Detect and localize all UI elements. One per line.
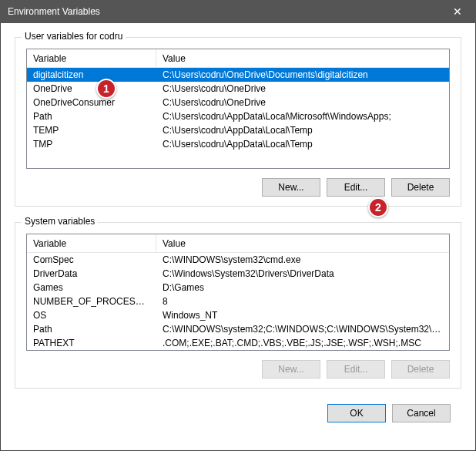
user-edit-button[interactable]: Edit... xyxy=(327,178,385,197)
cell-value: 8 xyxy=(156,294,449,308)
table-row[interactable]: OneDriveConsumerC:\Users\codru\OneDrive xyxy=(27,96,449,109)
cell-variable: DriverData xyxy=(27,267,156,281)
system-list-header: Variable Value xyxy=(27,234,449,253)
user-list-header: Variable Value xyxy=(27,49,449,68)
user-variables-listview[interactable]: Variable Value digitalcitizenC:\Users\co… xyxy=(26,49,450,169)
cell-value: .COM;.EXE;.BAT;.CMD;.VBS;.VBE;.JS;.JSE;.… xyxy=(156,336,449,350)
col-header-variable[interactable]: Variable xyxy=(27,49,156,67)
table-row[interactable]: TEMPC:\Users\codru\AppData\Local\Temp xyxy=(27,123,449,137)
system-list-body[interactable]: ComSpecC:\WINDOWS\system32\cmd.exeDriver… xyxy=(27,253,449,351)
table-row[interactable]: DriverDataC:\Windows\System32\Drivers\Dr… xyxy=(27,267,449,281)
cell-value: C:\Users\codru\AppData\Local\Microsoft\W… xyxy=(156,109,449,123)
cell-value: C:\Users\codru\OneDrive xyxy=(156,82,449,96)
close-icon[interactable]: ✕ xyxy=(447,5,468,18)
system-variables-group: System variables Variable Value ComSpecC… xyxy=(15,222,461,389)
system-delete-button[interactable]: Delete xyxy=(391,360,450,379)
ok-button[interactable]: OK xyxy=(327,404,386,422)
cell-value: Windows_NT xyxy=(156,308,449,322)
cell-variable: ComSpec xyxy=(27,253,156,267)
cell-value: C:\WINDOWS\system32;C:\WINDOWS;C:\WINDOW… xyxy=(156,322,449,336)
cell-variable: OneDriveConsumer xyxy=(27,96,156,109)
user-delete-button[interactable]: Delete xyxy=(391,178,450,197)
table-row[interactable]: digitalcitizenC:\Users\codru\OneDrive\Do… xyxy=(27,68,449,82)
cell-variable: TMP xyxy=(27,137,156,151)
cell-value: C:\Users\codru\OneDrive\Documents\digita… xyxy=(156,68,449,82)
user-list-body[interactable]: digitalcitizenC:\Users\codru\OneDrive\Do… xyxy=(27,68,449,168)
user-group-label: User variables for codru xyxy=(22,31,126,42)
table-row[interactable]: GamesD:\Games xyxy=(27,281,449,294)
cancel-button[interactable]: Cancel xyxy=(392,404,451,422)
col-header-value[interactable]: Value xyxy=(156,49,449,67)
system-button-row: New... Edit... Delete xyxy=(26,360,450,379)
cell-variable: NUMBER_OF_PROCESSORS xyxy=(27,294,156,308)
dialog-content: User variables for codru Variable Value … xyxy=(0,23,476,451)
system-edit-button[interactable]: Edit... xyxy=(327,360,385,379)
cell-variable: PATHEXT xyxy=(27,336,156,350)
system-group-label: System variables xyxy=(22,216,98,227)
table-row[interactable]: NUMBER_OF_PROCESSORS8 xyxy=(27,294,449,308)
table-row[interactable]: TMPC:\Users\codru\AppData\Local\Temp xyxy=(27,137,449,151)
cell-value: C:\Users\codru\OneDrive xyxy=(156,96,449,109)
cell-variable: digitalcitizen xyxy=(27,68,156,82)
cell-variable: OneDrive xyxy=(27,82,156,96)
cell-variable: Path xyxy=(27,109,156,123)
user-button-row: New... Edit... Delete xyxy=(26,178,450,197)
cell-variable: Games xyxy=(27,281,156,294)
cell-value: C:\WINDOWS\system32\cmd.exe xyxy=(156,253,449,267)
dialog-button-row: OK Cancel xyxy=(15,404,461,422)
cell-variable: Path xyxy=(27,322,156,336)
cell-value: C:\Windows\System32\Drivers\DriverData xyxy=(156,267,449,281)
table-row[interactable]: PathC:\WINDOWS\system32;C:\WINDOWS;C:\WI… xyxy=(27,322,449,336)
titlebar: Environment Variables ✕ xyxy=(0,0,476,23)
table-row[interactable]: OSWindows_NT xyxy=(27,308,449,322)
table-row[interactable]: PathC:\Users\codru\AppData\Local\Microso… xyxy=(27,109,449,123)
cell-value: C:\Users\codru\AppData\Local\Temp xyxy=(156,137,449,151)
cell-variable: TEMP xyxy=(27,123,156,137)
table-row[interactable]: ComSpecC:\WINDOWS\system32\cmd.exe xyxy=(27,253,449,267)
table-row[interactable]: PATHEXT.COM;.EXE;.BAT;.CMD;.VBS;.VBE;.JS… xyxy=(27,336,449,350)
table-row[interactable]: OneDriveC:\Users\codru\OneDrive xyxy=(27,82,449,96)
cell-variable: OS xyxy=(27,308,156,322)
window-title: Environment Variables xyxy=(8,6,100,17)
user-new-button[interactable]: New... xyxy=(262,178,320,197)
cell-value: C:\Users\codru\AppData\Local\Temp xyxy=(156,123,449,137)
col-header-variable[interactable]: Variable xyxy=(27,234,156,252)
cell-value: D:\Games xyxy=(156,281,449,294)
system-variables-listview[interactable]: Variable Value ComSpecC:\WINDOWS\system3… xyxy=(26,234,450,351)
col-header-value[interactable]: Value xyxy=(156,234,449,252)
user-variables-group: User variables for codru Variable Value … xyxy=(15,37,461,207)
system-new-button[interactable]: New... xyxy=(262,360,320,379)
